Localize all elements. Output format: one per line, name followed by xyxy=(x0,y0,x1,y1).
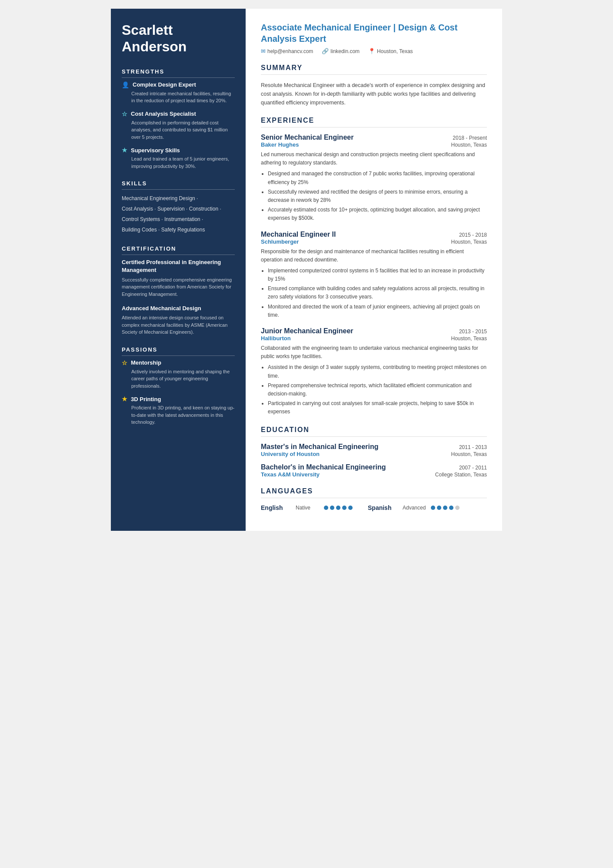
edu-dates: 2007 - 2011 xyxy=(459,465,487,471)
skill-item: Building Codes · Safety Regulations xyxy=(122,225,235,235)
company-name: Schlumberger xyxy=(261,238,299,245)
exp-summary: Responsible for the design and maintenan… xyxy=(261,248,487,264)
strength-title: Cost Analysis Specialist xyxy=(131,111,196,117)
linkedin-contact: 🔗 linkedin.com xyxy=(322,48,360,54)
job-title-text: Junior Mechanical Engineer xyxy=(261,327,353,335)
passion-item: ★ 3D Printing Proficient in 3D printing,… xyxy=(122,395,235,426)
job-title-text: Senior Mechanical Engineer xyxy=(261,134,353,141)
bullet-item: Implemented computerized control systems… xyxy=(268,267,487,283)
language-dots-spanish xyxy=(431,506,460,510)
strength-desc: Accomplished in performing detailed cost… xyxy=(122,119,235,141)
dot-empty xyxy=(455,506,460,510)
skills-list: Mechanical Engineering Design · Cost Ana… xyxy=(122,193,235,235)
dot-filled xyxy=(330,506,334,510)
exp-dates: 2015 - 2018 xyxy=(459,232,487,238)
cert-item: Certified Professional in Engineering Ma… xyxy=(122,258,235,298)
passions-title: PASSIONS xyxy=(122,346,235,356)
cert-desc: Successfully completed comprehensive eng… xyxy=(122,276,235,298)
star-outline-icon: ☆ xyxy=(122,359,127,366)
education-item: Master's in Mechanical Engineering 2011 … xyxy=(261,443,487,457)
strengths-title: STRENGTHS xyxy=(122,68,235,78)
job-title: Associate Mechanical Engineer | Design &… xyxy=(261,22,487,44)
languages-section-title: LANGUAGES xyxy=(261,487,487,498)
strength-desc: Created intricate mechanical facilities,… xyxy=(122,90,235,104)
passions-list: ☆ Mentorship Actively involved in mentor… xyxy=(122,359,235,426)
dot-filled xyxy=(348,506,353,510)
language-name: English xyxy=(261,504,291,511)
exp-bullets: Assisted in the design of 3 water supply… xyxy=(261,363,487,416)
degree-text: Bachelor's in Mechanical Engineering xyxy=(261,463,386,471)
languages-row: English Native Spanish Advanced xyxy=(261,504,487,511)
email-icon: ✉ xyxy=(261,48,266,54)
exp-location: Houston, Texas xyxy=(451,335,487,342)
dot-filled xyxy=(336,506,340,510)
strength-item: 👤 Complex Design Expert Created intricat… xyxy=(122,81,235,104)
exp-summary: Led numerous mechanical design and const… xyxy=(261,151,487,167)
language-level: Advanced xyxy=(403,505,426,511)
experience-item: Junior Mechanical Engineer 2013 - 2015 H… xyxy=(261,327,487,416)
exp-dates: 2018 - Present xyxy=(453,135,487,141)
bullet-item: Prepared comprehensive technical reports… xyxy=(268,382,487,398)
location-text: Houston, Texas xyxy=(377,48,413,54)
dot-filled xyxy=(449,506,453,510)
bullet-item: Monitored and directed the work of a tea… xyxy=(268,303,487,319)
passion-title: 3D Printing xyxy=(131,396,161,402)
strength-desc: Lead and trained a team of 5 junior engi… xyxy=(122,155,235,170)
exp-dates: 2013 - 2015 xyxy=(459,328,487,335)
email-text: help@enhancv.com xyxy=(267,48,313,54)
skills-title: SKILLS xyxy=(122,180,235,190)
strength-title: Complex Design Expert xyxy=(133,81,196,88)
certification-title: CERTIFICATION xyxy=(122,245,235,255)
link-icon: 🔗 xyxy=(322,48,329,54)
location-contact: 📍 Houston, Texas xyxy=(368,48,413,54)
education-section-title: EDUCATION xyxy=(261,426,487,437)
bullet-item: Assisted in the design of 3 water supply… xyxy=(268,363,487,380)
contact-row: ✉ help@enhancv.com 🔗 linkedin.com 📍 Hous… xyxy=(261,48,487,54)
main-content: Associate Mechanical Engineer | Design &… xyxy=(246,9,502,531)
resume-container: Scarlett Anderson STRENGTHS 👤 Complex De… xyxy=(111,9,502,531)
education-item: Bachelor's in Mechanical Engineering 200… xyxy=(261,463,487,478)
language-level: Native xyxy=(296,505,320,511)
certifications-list: Certified Professional in Engineering Ma… xyxy=(122,258,235,336)
exp-location: Houston, Texas xyxy=(451,239,487,245)
sidebar: Scarlett Anderson STRENGTHS 👤 Complex De… xyxy=(111,9,246,531)
exp-bullets: Designed and managed the construction of… xyxy=(261,170,487,222)
bullet-item: Designed and managed the construction of… xyxy=(268,170,487,186)
language-dots-english xyxy=(324,506,353,510)
cert-desc: Attended an intensive design course focu… xyxy=(122,314,235,336)
bullet-item: Participated in carrying out cost analys… xyxy=(268,399,487,416)
edu-dates: 2011 - 2013 xyxy=(459,444,487,450)
star-outline-icon: ☆ xyxy=(122,111,127,117)
dot-filled xyxy=(342,506,346,510)
email-contact: ✉ help@enhancv.com xyxy=(261,48,313,54)
star-filled-icon: ★ xyxy=(122,147,127,154)
school-name: Texas A&M University xyxy=(261,471,320,478)
school-name: University of Houston xyxy=(261,451,320,457)
skill-item: Control Systems · Instrumentation · xyxy=(122,214,235,225)
strength-item: ★ Supervisory Skills Lead and trained a … xyxy=(122,147,235,170)
strength-item: ☆ Cost Analysis Specialist Accomplished … xyxy=(122,111,235,141)
degree-text: Master's in Mechanical Engineering xyxy=(261,443,379,451)
candidate-name: Scarlett Anderson xyxy=(122,22,235,55)
bullet-item: Successfully reviewed and rectified the … xyxy=(268,188,487,204)
experience-section-title: EXPERIENCE xyxy=(261,117,487,127)
cert-title: Advanced Mechanical Design xyxy=(122,305,235,312)
company-name: Halliburton xyxy=(261,335,291,342)
passion-desc: Actively involved in mentoring and shapi… xyxy=(122,368,235,390)
experience-item: Mechanical Engineer II 2015 - 2018 Schlu… xyxy=(261,231,487,320)
exp-location: Houston, Texas xyxy=(451,142,487,148)
location-icon: 📍 xyxy=(368,48,375,54)
dot-filled xyxy=(437,506,441,510)
summary-text: Resolute Mechanical Engineer with a deca… xyxy=(261,81,487,107)
exp-summary: Collaborated with the engineering team t… xyxy=(261,344,487,361)
cert-item: Advanced Mechanical Design Attended an i… xyxy=(122,305,235,336)
star-filled-icon: ★ xyxy=(122,395,127,402)
passion-desc: Proficient in 3D printing, and keen on s… xyxy=(122,404,235,426)
language-name: Spanish xyxy=(368,504,398,511)
strengths-list: 👤 Complex Design Expert Created intricat… xyxy=(122,81,235,170)
edu-location: Houston, Texas xyxy=(451,451,487,457)
bullet-item: Ensured compliance with building codes a… xyxy=(268,285,487,301)
exp-bullets: Implemented computerized control systems… xyxy=(261,267,487,319)
experience-item: Senior Mechanical Engineer 2018 - Presen… xyxy=(261,134,487,223)
skill-item: Cost Analysis · Supervision · Constructi… xyxy=(122,204,235,214)
